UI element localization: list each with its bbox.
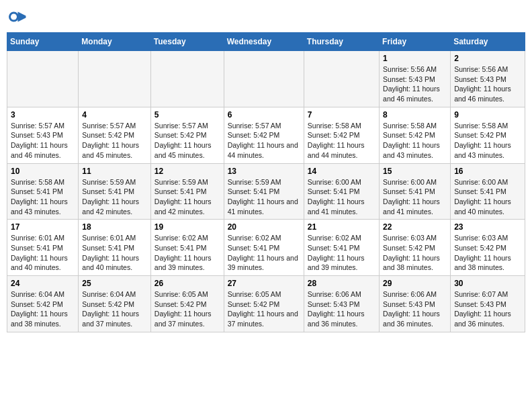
day-info: Sunrise: 5:57 AM Sunset: 5:42 PM Dayligh… — [82, 121, 146, 161]
day-info: Sunrise: 6:04 AM Sunset: 5:42 PM Dayligh… — [11, 289, 75, 329]
day-info: Sunrise: 5:56 AM Sunset: 5:43 PM Dayligh… — [454, 64, 521, 104]
page-header — [7, 7, 525, 27]
calendar-cell: 7Sunrise: 5:58 AM Sunset: 5:42 PM Daylig… — [304, 107, 379, 163]
calendar-cell: 13Sunrise: 5:59 AM Sunset: 5:41 PM Dayli… — [224, 163, 304, 220]
day-number: 14 — [308, 167, 375, 176]
day-number: 1 — [383, 54, 447, 63]
calendar-cell — [224, 51, 304, 107]
day-number: 25 — [82, 279, 146, 288]
day-number: 23 — [454, 222, 521, 232]
day-number: 6 — [228, 110, 300, 120]
calendar-table: SundayMondayTuesdayWednesdayThursdayFrid… — [7, 32, 525, 332]
day-number: 15 — [383, 167, 447, 176]
day-number: 2 — [454, 54, 521, 63]
day-number: 19 — [154, 222, 220, 232]
day-info: Sunrise: 5:58 AM Sunset: 5:41 PM Dayligh… — [11, 177, 75, 217]
day-info: Sunrise: 6:01 AM Sunset: 5:41 PM Dayligh… — [11, 233, 75, 273]
svg-point-1 — [11, 14, 17, 20]
calendar-cell — [7, 51, 79, 107]
day-number: 9 — [454, 110, 521, 120]
calendar-cell: 30Sunrise: 6:07 AM Sunset: 5:43 PM Dayli… — [451, 276, 525, 332]
day-info: Sunrise: 5:56 AM Sunset: 5:43 PM Dayligh… — [383, 64, 447, 104]
day-info: Sunrise: 6:04 AM Sunset: 5:42 PM Dayligh… — [82, 289, 146, 329]
calendar-cell: 25Sunrise: 6:04 AM Sunset: 5:42 PM Dayli… — [79, 276, 150, 332]
logo-icon — [7, 7, 27, 27]
day-number: 11 — [82, 167, 146, 176]
day-info: Sunrise: 6:02 AM Sunset: 5:41 PM Dayligh… — [228, 233, 300, 273]
day-number: 27 — [228, 279, 300, 288]
calendar-cell: 29Sunrise: 6:06 AM Sunset: 5:43 PM Dayli… — [380, 276, 451, 332]
day-info: Sunrise: 5:58 AM Sunset: 5:42 PM Dayligh… — [454, 121, 521, 161]
calendar-cell — [79, 51, 150, 107]
header-monday: Monday — [79, 33, 150, 51]
calendar-cell: 9Sunrise: 5:58 AM Sunset: 5:42 PM Daylig… — [451, 107, 525, 163]
logo — [7, 7, 30, 27]
day-number: 7 — [308, 110, 375, 120]
day-info: Sunrise: 6:02 AM Sunset: 5:41 PM Dayligh… — [154, 233, 220, 273]
header-sunday: Sunday — [7, 33, 79, 51]
calendar-cell: 12Sunrise: 5:59 AM Sunset: 5:41 PM Dayli… — [150, 163, 224, 220]
calendar-cell: 20Sunrise: 6:02 AM Sunset: 5:41 PM Dayli… — [224, 220, 304, 276]
day-info: Sunrise: 5:57 AM Sunset: 5:42 PM Dayligh… — [154, 121, 220, 161]
day-number: 4 — [82, 110, 146, 120]
calendar-week-row: 10Sunrise: 5:58 AM Sunset: 5:41 PM Dayli… — [7, 163, 525, 220]
calendar-header-row: SundayMondayTuesdayWednesdayThursdayFrid… — [7, 33, 525, 51]
calendar-cell: 2Sunrise: 5:56 AM Sunset: 5:43 PM Daylig… — [451, 51, 525, 107]
calendar-cell: 8Sunrise: 5:58 AM Sunset: 5:42 PM Daylig… — [380, 107, 451, 163]
calendar-cell — [150, 51, 224, 107]
day-info: Sunrise: 6:05 AM Sunset: 5:42 PM Dayligh… — [228, 289, 300, 329]
calendar-cell: 15Sunrise: 6:00 AM Sunset: 5:41 PM Dayli… — [380, 163, 451, 220]
calendar-week-row: 3Sunrise: 5:57 AM Sunset: 5:43 PM Daylig… — [7, 107, 525, 163]
calendar-week-row: 1Sunrise: 5:56 AM Sunset: 5:43 PM Daylig… — [7, 51, 525, 107]
header-wednesday: Wednesday — [224, 33, 304, 51]
day-number: 18 — [82, 222, 146, 232]
day-info: Sunrise: 6:02 AM Sunset: 5:41 PM Dayligh… — [308, 233, 375, 273]
day-info: Sunrise: 6:00 AM Sunset: 5:41 PM Dayligh… — [308, 177, 375, 217]
day-info: Sunrise: 5:57 AM Sunset: 5:42 PM Dayligh… — [228, 121, 300, 161]
day-info: Sunrise: 6:00 AM Sunset: 5:41 PM Dayligh… — [454, 177, 521, 217]
header-friday: Friday — [380, 33, 451, 51]
day-number: 26 — [154, 279, 220, 288]
day-info: Sunrise: 6:03 AM Sunset: 5:42 PM Dayligh… — [454, 233, 521, 273]
day-number: 20 — [228, 222, 300, 232]
calendar-cell: 1Sunrise: 5:56 AM Sunset: 5:43 PM Daylig… — [380, 51, 451, 107]
calendar-cell: 26Sunrise: 6:05 AM Sunset: 5:42 PM Dayli… — [150, 276, 224, 332]
day-number: 28 — [308, 279, 375, 288]
calendar-cell: 23Sunrise: 6:03 AM Sunset: 5:42 PM Dayli… — [451, 220, 525, 276]
day-number: 16 — [454, 167, 521, 176]
calendar-cell: 14Sunrise: 6:00 AM Sunset: 5:41 PM Dayli… — [304, 163, 379, 220]
calendar-week-row: 24Sunrise: 6:04 AM Sunset: 5:42 PM Dayli… — [7, 276, 525, 332]
calendar-cell: 5Sunrise: 5:57 AM Sunset: 5:42 PM Daylig… — [150, 107, 224, 163]
day-info: Sunrise: 5:58 AM Sunset: 5:42 PM Dayligh… — [308, 121, 375, 161]
calendar-cell: 28Sunrise: 6:06 AM Sunset: 5:43 PM Dayli… — [304, 276, 379, 332]
day-number: 10 — [11, 167, 75, 176]
day-info: Sunrise: 5:59 AM Sunset: 5:41 PM Dayligh… — [82, 177, 146, 217]
calendar-cell: 6Sunrise: 5:57 AM Sunset: 5:42 PM Daylig… — [224, 107, 304, 163]
day-info: Sunrise: 5:59 AM Sunset: 5:41 PM Dayligh… — [228, 177, 300, 217]
day-number: 24 — [11, 279, 75, 288]
day-number: 12 — [154, 167, 220, 176]
calendar-cell: 11Sunrise: 5:59 AM Sunset: 5:41 PM Dayli… — [79, 163, 150, 220]
header-saturday: Saturday — [451, 33, 525, 51]
calendar-cell: 18Sunrise: 6:01 AM Sunset: 5:41 PM Dayli… — [79, 220, 150, 276]
day-number: 17 — [11, 222, 75, 232]
calendar-cell: 22Sunrise: 6:03 AM Sunset: 5:42 PM Dayli… — [380, 220, 451, 276]
header-tuesday: Tuesday — [150, 33, 224, 51]
calendar-cell: 17Sunrise: 6:01 AM Sunset: 5:41 PM Dayli… — [7, 220, 79, 276]
day-number: 13 — [228, 167, 300, 176]
day-info: Sunrise: 6:00 AM Sunset: 5:41 PM Dayligh… — [383, 177, 447, 217]
day-number: 3 — [11, 110, 75, 120]
calendar-cell: 16Sunrise: 6:00 AM Sunset: 5:41 PM Dayli… — [451, 163, 525, 220]
calendar-cell: 3Sunrise: 5:57 AM Sunset: 5:43 PM Daylig… — [7, 107, 79, 163]
calendar-cell — [304, 51, 379, 107]
day-number: 22 — [383, 222, 447, 232]
calendar-cell: 10Sunrise: 5:58 AM Sunset: 5:41 PM Dayli… — [7, 163, 79, 220]
calendar-cell: 19Sunrise: 6:02 AM Sunset: 5:41 PM Dayli… — [150, 220, 224, 276]
svg-marker-2 — [18, 12, 26, 22]
day-info: Sunrise: 5:57 AM Sunset: 5:43 PM Dayligh… — [11, 121, 75, 161]
day-number: 8 — [383, 110, 447, 120]
day-number: 21 — [308, 222, 375, 232]
day-info: Sunrise: 5:58 AM Sunset: 5:42 PM Dayligh… — [383, 121, 447, 161]
calendar-cell: 27Sunrise: 6:05 AM Sunset: 5:42 PM Dayli… — [224, 276, 304, 332]
calendar-week-row: 17Sunrise: 6:01 AM Sunset: 5:41 PM Dayli… — [7, 220, 525, 276]
